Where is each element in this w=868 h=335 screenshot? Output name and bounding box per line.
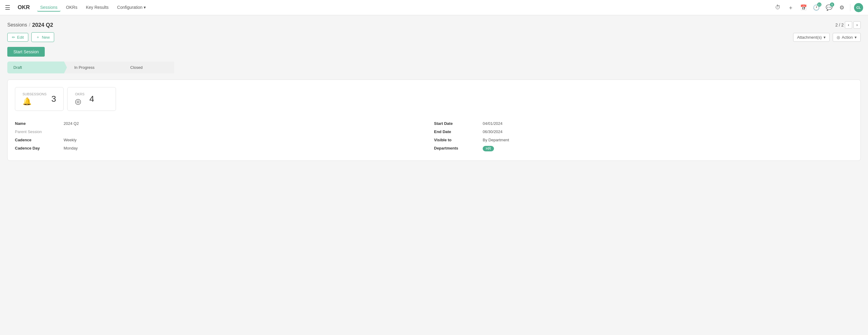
- main-card: Subsessions 🔔 3 OKRs ◎ 4 Name 2024 Q2: [7, 80, 861, 161]
- settings-icon[interactable]: ⚙: [837, 3, 846, 12]
- status-bar: Draft In Progress Closed: [7, 62, 861, 73]
- topnav-right: ⏱ ＋ 📅 🕐 11 💬 5 ⚙ CL: [773, 3, 863, 12]
- detail-cadence-day: Cadence Day Monday: [15, 144, 434, 152]
- clock-badge: 11: [817, 2, 822, 7]
- detail-start-date: Start Date 04/01/2024: [434, 119, 853, 128]
- detail-name: Name 2024 Q2: [15, 119, 434, 128]
- nav-sessions[interactable]: Sessions: [37, 4, 61, 11]
- attachments-chevron-icon: ▾: [824, 35, 826, 39]
- details-right: Start Date 04/01/2024 End Date 06/30/202…: [434, 119, 853, 153]
- status-draft[interactable]: Draft: [7, 62, 62, 73]
- toolbar-right: Attachment(s) ▾ ◎ Action ▾: [793, 33, 861, 42]
- chat-badge: 5: [830, 2, 834, 7]
- hr-tag[interactable]: HR: [483, 146, 494, 151]
- stats-row: Subsessions 🔔 3 OKRs ◎ 4: [15, 87, 853, 111]
- pagination-label: 2 / 2: [835, 23, 844, 27]
- new-button[interactable]: ＋ New: [31, 32, 54, 42]
- subsessions-stat[interactable]: Subsessions 🔔 3: [15, 87, 64, 111]
- calendar-icon[interactable]: 📅: [799, 3, 808, 12]
- detail-end-date: End Date 06/30/2024: [434, 128, 853, 136]
- subsessions-label: Subsessions: [23, 92, 46, 96]
- nav-links: Sessions OKRs Key Results Configuration …: [37, 4, 766, 11]
- avatar[interactable]: CL: [854, 3, 863, 12]
- action-target-icon: ◎: [837, 35, 840, 39]
- subsessions-value: 3: [52, 94, 56, 104]
- pagination: 2 / 2 ‹ ›: [835, 21, 861, 29]
- detail-parent-session: Parent Session: [15, 128, 434, 136]
- target-icon: ◎: [75, 97, 81, 105]
- okrs-label: OKRs: [75, 92, 84, 96]
- breadcrumb-current: 2024 Q2: [32, 22, 53, 28]
- nav-divider: [850, 4, 850, 11]
- hamburger-icon[interactable]: ☰: [5, 4, 10, 11]
- page-content: Sessions / 2024 Q2 2 / 2 ‹ › ✏ Edit ＋ Ne…: [0, 15, 868, 167]
- details-grid: Name 2024 Q2 Parent Session Cadence Week…: [15, 119, 853, 153]
- pagination-prev[interactable]: ‹: [845, 21, 852, 29]
- details-left: Name 2024 Q2 Parent Session Cadence Week…: [15, 119, 434, 153]
- breadcrumb: Sessions / 2024 Q2 2 / 2 ‹ ›: [7, 21, 861, 29]
- status-closed[interactable]: Closed: [119, 62, 174, 73]
- detail-departments: Departments HR: [434, 144, 853, 153]
- breadcrumb-parent[interactable]: Sessions: [7, 22, 27, 28]
- toolbar: ✏ Edit ＋ New Attachment(s) ▾ ◎ Action ▾: [7, 32, 861, 42]
- status-in-progress[interactable]: In Progress: [63, 62, 118, 73]
- chat-icon[interactable]: 💬 5: [825, 3, 834, 12]
- detail-cadence: Cadence Weekly: [15, 136, 434, 144]
- nav-configuration[interactable]: Configuration ▾: [114, 4, 149, 11]
- plus-new-icon: ＋: [36, 34, 40, 40]
- okrs-stat[interactable]: OKRs ◎ 4: [67, 87, 116, 111]
- breadcrumb-separator: /: [29, 22, 30, 28]
- okrs-value: 4: [90, 94, 94, 104]
- edit-button[interactable]: ✏ Edit: [7, 33, 28, 42]
- timer-icon[interactable]: ⏱: [773, 3, 782, 12]
- nav-key-results[interactable]: Key Results: [83, 4, 112, 11]
- brand-label: OKR: [18, 4, 30, 11]
- action-button[interactable]: ◎ Action ▾: [833, 33, 861, 42]
- clock-icon[interactable]: 🕐 11: [812, 3, 821, 12]
- pagination-next[interactable]: ›: [854, 21, 861, 29]
- plus-icon[interactable]: ＋: [786, 3, 795, 12]
- start-session-button[interactable]: Start Session: [7, 47, 45, 57]
- action-chevron-icon: ▾: [855, 35, 857, 39]
- edit-icon: ✏: [12, 35, 15, 39]
- detail-visible-to: Visible to By Department: [434, 136, 853, 144]
- topnav: ☰ OKR Sessions OKRs Key Results Configur…: [0, 0, 868, 15]
- attachments-button[interactable]: Attachment(s) ▾: [793, 33, 830, 42]
- nav-okrs[interactable]: OKRs: [63, 4, 80, 11]
- bell-icon: 🔔: [23, 97, 32, 105]
